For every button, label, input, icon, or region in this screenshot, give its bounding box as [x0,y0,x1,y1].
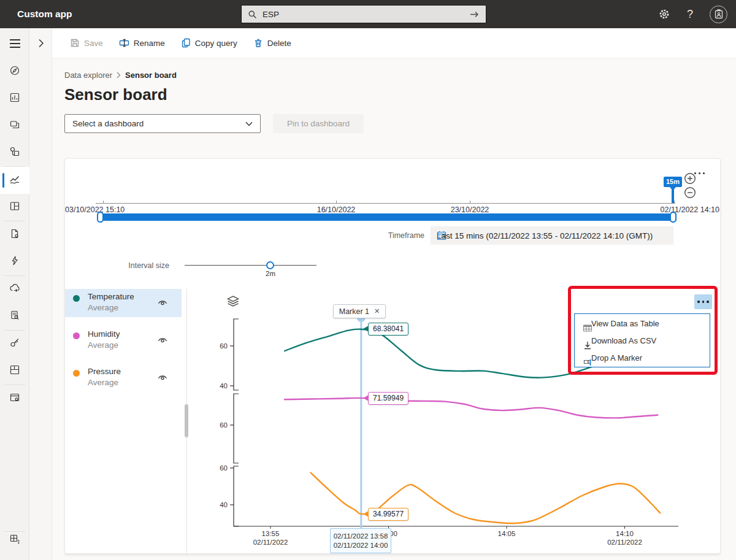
chevron-down-icon [245,121,253,126]
account-avatar[interactable] [710,6,727,23]
marker-close-icon[interactable]: ✕ [374,307,380,315]
compass-icon [9,64,21,79]
legend-aggregation: Average [88,303,118,312]
layout-icon [9,364,21,378]
sidebar-item-permissions[interactable] [0,331,29,358]
legend-item-pressure[interactable]: Pressure Average [65,364,182,392]
rename-icon [119,38,129,48]
time-range-slider-bar[interactable] [101,213,677,221]
trash-icon [253,38,263,48]
sidebar-item-edit-layout[interactable] [0,358,29,385]
legend-name: Pressure [88,367,121,376]
sidebar-item-analytics[interactable] [0,85,29,112]
svg-text:02/11/2022: 02/11/2022 [607,539,642,546]
hamburger-menu-icon[interactable] [0,28,29,58]
grid-list-icon [9,533,21,548]
file-gear-icon [9,228,21,242]
sidebar-item-app-settings[interactable] [0,385,29,412]
topbar-actions: ? [658,0,727,28]
search-box[interactable] [241,5,486,23]
timeline-overflow-dots-icon[interactable] [694,172,705,174]
sidebar-item-audit-logs[interactable] [0,303,29,330]
legend-scrollbar-thumb[interactable] [185,404,188,437]
timeline-tick [336,201,337,204]
delete-button[interactable]: Delete [253,38,291,48]
rename-label: Rename [134,39,165,48]
time-range-handle-right[interactable] [670,212,677,223]
layers-icon[interactable] [224,293,242,310]
save-button[interactable]: Save [70,38,103,48]
interval-slider-track[interactable] [185,265,316,266]
devices-icon [9,118,21,133]
data-explorer-card: 15m 03/10/2022 15:10 16/10/2022 23/10/20… [64,158,721,554]
sidebar-item-devices[interactable] [0,112,29,139]
device-groups-icon [9,145,21,160]
app-title: Custom app [17,0,72,28]
search-icon [248,10,257,19]
chart-overflow-button[interactable] [694,294,712,309]
settings-gear-icon[interactable] [658,8,670,20]
breadcrumb: Data explorer Sensor board [64,71,177,80]
visibility-eye-icon[interactable] [157,372,168,383]
interval-size-value: 2m [261,270,280,277]
delete-label: Delete [267,39,291,48]
temperature-series-dot [73,295,80,302]
save-icon [70,38,80,48]
sidebar-item-customize[interactable] [0,527,29,554]
visibility-eye-icon[interactable] [157,297,168,308]
legend-item-temperature[interactable]: Temperature Average [65,289,182,317]
sidebar-item-data-export[interactable] [0,276,29,303]
rename-button[interactable]: Rename [119,38,165,48]
page-title: Sensor board [64,85,167,104]
app-top-bar: Custom app ? [0,0,736,28]
svg-text:13:55: 13:55 [262,530,280,537]
interval-slider-handle[interactable] [266,261,274,269]
marker-label: Marker 1 [339,307,369,316]
marker-chip[interactable]: Marker 1 ✕ [333,304,386,318]
legend-aggregation: Average [88,378,118,387]
timeframe-value: Last 15 mins (02/11/2022 13:55 - 02/11/2… [437,231,653,240]
expand-panel-chevron-icon[interactable] [29,28,52,58]
sidebar-item-jobs[interactable] [0,221,29,248]
copy-query-button[interactable]: Copy query [181,38,237,48]
menu-item-drop-a-marker[interactable]: Drop A Marker [575,350,710,366]
range-duration-badge[interactable]: 15m [664,177,682,187]
copy-icon [181,38,191,48]
sidebar-item-overview[interactable] [0,58,29,85]
sidebar-item-rules[interactable] [0,248,29,275]
sidebar-item-data-explorer[interactable] [0,167,29,194]
dashboard-select[interactable]: Select a dashboard [64,114,261,133]
svg-text:40: 40 [220,382,228,389]
window-gear-icon [9,391,21,406]
search-input[interactable] [263,10,464,19]
breadcrumb-parent-link[interactable]: Data explorer [64,71,112,80]
legend-aggregation: Average [88,340,118,350]
marker-end-time: 02/11/2022 14:00 [334,542,388,549]
nav-sidebar [0,28,29,560]
help-icon[interactable]: ? [687,8,693,21]
menu-item-download-as-csv[interactable]: Download As CSV [575,332,710,348]
timeline-zoom-in-button[interactable] [684,172,696,185]
sidebar-item-device-groups[interactable] [0,139,29,166]
visibility-eye-icon[interactable] [157,334,168,345]
document-search-icon [9,309,21,324]
dashboard-select-value: Select a dashboard [72,119,144,128]
cloud-sync-icon [9,282,21,297]
svg-text:60: 60 [220,421,228,429]
timeline-tick-label: 16/10/2022 [305,205,367,214]
interval-size-label: Interval size [101,261,169,270]
timeframe-picker[interactable]: Last 15 mins (02/11/2022 13:55 - 02/11/2… [431,226,673,245]
copy-query-label: Copy query [195,39,237,48]
time-range-handle-left[interactable] [97,212,104,223]
legend-name: Humidity [88,329,120,339]
timeframe-label: Timeframe [358,231,424,240]
timeline-zoom-out-button[interactable] [684,186,696,199]
svg-text:60: 60 [220,464,228,472]
legend-name: Temperature [88,292,134,301]
line-chart-icon [9,173,21,188]
sidebar-item-dashboards[interactable] [0,194,29,221]
legend-item-humidity[interactable]: Humidity Average [65,326,182,355]
pin-to-dashboard-button[interactable]: Pin to dashboard [273,114,364,133]
menu-item-view-data-as-table[interactable]: View Data as Table [575,315,710,331]
search-submit-arrow-icon[interactable] [469,10,480,19]
